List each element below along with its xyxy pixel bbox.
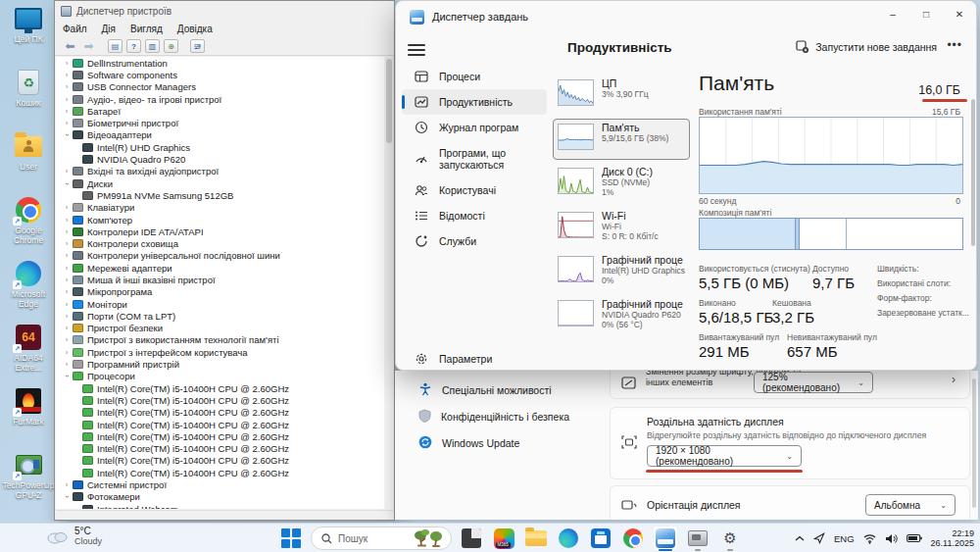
- tab-users[interactable]: Користувачі: [402, 177, 547, 203]
- device-tree-item[interactable]: Intel(R) Core(TM) i5-10400H CPU @ 2.60GH…: [56, 382, 384, 394]
- clock[interactable]: 22:19 26.11.2025: [931, 528, 974, 549]
- show-properties-icon[interactable]: ▤: [108, 39, 122, 53]
- device-tree-item[interactable]: ›Контролери універсальної послідовної ши…: [56, 250, 384, 262]
- chevron-right-icon[interactable]: ›: [61, 203, 73, 212]
- device-tree-item[interactable]: Integrated Webcam: [56, 503, 384, 509]
- weather-widget[interactable]: 5°C Cloudy: [45, 526, 102, 546]
- taskbar-app-edge[interactable]: [556, 526, 581, 551]
- settings-nav-accessibility[interactable]: Спеціальні можливості: [409, 376, 605, 403]
- forward-arrow-icon[interactable]: ➡: [81, 40, 96, 52]
- chevron-right-icon[interactable]: ›: [61, 82, 73, 91]
- tray-chevron-up-icon[interactable]: [795, 535, 805, 542]
- desktop-icon-user-folder[interactable]: User: [2, 131, 55, 195]
- device-tree-item[interactable]: Intel(R) UHD Graphics: [56, 141, 384, 153]
- chevron-right-icon[interactable]: ›: [61, 276, 73, 284]
- perf-card-cpu[interactable]: ЦП3% 3,90 ГГц: [553, 75, 690, 116]
- chevron-right-icon[interactable]: ›: [61, 227, 73, 236]
- device-tree-item[interactable]: Intel(R) Core(TM) i5-10400H CPU @ 2.60GH…: [56, 419, 384, 430]
- device-tree-item[interactable]: ›Процесори: [56, 371, 384, 382]
- chevron-right-icon[interactable]: ›: [61, 167, 73, 176]
- device-tree-item[interactable]: Intel(R) Core(TM) i5-10400H CPU @ 2.60GH…: [56, 407, 384, 419]
- device-tree-item[interactable]: ›Пристрої безпеки: [56, 323, 384, 334]
- chevron-right-icon[interactable]: ›: [61, 71, 73, 79]
- desktop-icon-recycle-bin[interactable]: ♻Кошик: [2, 68, 55, 131]
- memory-standby-segment[interactable]: [800, 219, 847, 249]
- device-tree-item[interactable]: NVIDIA Quadro P620: [56, 153, 384, 165]
- perf-card-gpu1[interactable]: Графічний процеNVIDIA Quadro P6200% (56 …: [553, 295, 690, 336]
- menu-вигляд[interactable]: Вигляд: [130, 24, 163, 34]
- battery-icon[interactable]: [906, 533, 922, 543]
- device-tree-item[interactable]: ›Мікропрограма: [56, 286, 384, 298]
- tab-startup-apps[interactable]: Програми, що запускаються: [402, 140, 547, 177]
- device-tree-item[interactable]: ›Диски: [56, 177, 384, 189]
- tab-performance[interactable]: Продуктивність: [402, 89, 547, 115]
- tab-settings-gear[interactable]: Параметри: [402, 346, 547, 371]
- device-tree-item[interactable]: Intel(R) Core(TM) i5-10400H CPU @ 2.60GH…: [56, 430, 384, 442]
- device-tree-item[interactable]: ›Відеоадаптери: [56, 129, 384, 141]
- close-button[interactable]: ✕: [943, 1, 976, 26]
- taskbar-app-store[interactable]: [588, 526, 613, 551]
- device-tree-item[interactable]: ›Аудіо-, відео- та ігрові пристрої: [56, 93, 384, 105]
- perf-card-disk[interactable]: Диск 0 (C:)SSD (NVMe)1%: [553, 163, 690, 204]
- list-view-icon[interactable]: ▥: [145, 39, 160, 53]
- chevron-right-icon[interactable]: ›: [61, 239, 73, 248]
- desktop-icon-gpu-z[interactable]: ↗TechPowerUp GPU-Z: [2, 450, 55, 514]
- chevron-right-icon[interactable]: ›: [61, 264, 73, 273]
- chevron-right-icon[interactable]: ›: [61, 107, 73, 116]
- memory-free-segment[interactable]: [847, 219, 962, 249]
- device-tree-item[interactable]: ›Програмний пристрій: [56, 358, 384, 370]
- tab-services[interactable]: Служби: [402, 228, 547, 254]
- taskbar-app-bw-square[interactable]: [459, 526, 484, 551]
- device-tree-item[interactable]: ›Комп'ютер: [56, 214, 384, 226]
- chevron-right-icon[interactable]: ›: [61, 251, 73, 260]
- device-tree-item[interactable]: ›Пристрої з інтерфейсом користувача: [56, 346, 384, 358]
- chevron-right-icon[interactable]: ›: [61, 59, 73, 68]
- device-tree-item[interactable]: ›Біометричні пристрої: [56, 117, 384, 128]
- chevron-right-icon[interactable]: ›: [61, 360, 73, 369]
- tray-location-icon[interactable]: [813, 532, 825, 544]
- taskbar-app-microsoft-365[interactable]: [491, 526, 516, 551]
- chevron-right-icon[interactable]: ›: [61, 324, 73, 332]
- device-tree-scrollbar[interactable]: [384, 57, 393, 509]
- chevron-right-icon[interactable]: ›: [61, 335, 73, 344]
- device-tree-item[interactable]: ›DellInstrumentation: [56, 57, 384, 69]
- device-tree-item[interactable]: ›Монітори: [56, 298, 384, 310]
- perf-card-gpu0[interactable]: Графічний процеIntel(R) UHD Graphics0%: [553, 251, 690, 292]
- settings-scrollbar[interactable]: [972, 378, 976, 508]
- settings-nav-privacy-shield[interactable]: Конфіденційність і безпека: [409, 403, 605, 429]
- chevron-right-icon[interactable]: ›: [61, 216, 73, 225]
- tab-processes[interactable]: Процеси: [402, 64, 547, 89]
- help-icon[interactable]: ?: [126, 39, 141, 53]
- chevron-down-icon[interactable]: ›: [63, 129, 72, 141]
- volume-icon[interactable]: [885, 533, 898, 544]
- desktop-icon-chrome[interactable]: ↗Google Chrome: [2, 195, 55, 259]
- device-tree-item[interactable]: ›Software components: [56, 69, 384, 80]
- device-tree-item[interactable]: ›Клавіатури: [56, 202, 384, 214]
- device-tree-item[interactable]: ›Фотокамери: [56, 491, 384, 503]
- chevron-down-icon[interactable]: ›: [63, 177, 72, 189]
- tab-details[interactable]: Відомості: [402, 203, 547, 228]
- chevron-right-icon[interactable]: ›: [61, 287, 73, 296]
- menu-файл[interactable]: Файл: [63, 24, 87, 34]
- maximize-button[interactable]: □: [909, 1, 943, 26]
- device-tree-item[interactable]: ›Контролери IDE ATA/ATAPI: [56, 226, 384, 237]
- device-tree-item[interactable]: Intel(R) Core(TM) i5-10400H CPU @ 2.60GH…: [56, 443, 384, 455]
- device-tree-item[interactable]: Intel(R) Core(TM) i5-10400H CPU @ 2.60GH…: [56, 455, 384, 467]
- chevron-right-icon[interactable]: ›: [61, 480, 73, 489]
- device-tree-item[interactable]: PM991a NVMe Samsung 512GB: [56, 189, 384, 201]
- chevron-right-icon[interactable]: ›: [61, 300, 73, 309]
- menu-дія[interactable]: Дія: [102, 24, 116, 34]
- chevron-right-icon[interactable]: ›: [61, 348, 73, 357]
- device-tree-item[interactable]: ›Миша й інші вказівні пристрої: [56, 274, 384, 285]
- memory-in-use-segment[interactable]: [700, 219, 796, 249]
- desktop-icon-edge[interactable]: ↗Microsoft Edge: [2, 259, 55, 323]
- desktop-icon-furmark[interactable]: ↗FurMark: [2, 386, 55, 450]
- device-tree-item[interactable]: ›Порти (COM та LPT): [56, 310, 384, 322]
- perf-card-wifi[interactable]: Wi-FiWi-FiS: 0 R: 0 Кбіт/с: [553, 207, 690, 248]
- chevron-right-icon[interactable]: ›: [61, 95, 73, 104]
- search-input[interactable]: Пошук: [311, 527, 452, 550]
- taskbar-app-chrome[interactable]: [620, 526, 646, 551]
- device-tree-item[interactable]: ›Мережеві адаптери: [56, 262, 384, 274]
- device-tree-item[interactable]: ›Батареї: [56, 105, 384, 117]
- menu-довідка[interactable]: Довідка: [177, 24, 213, 34]
